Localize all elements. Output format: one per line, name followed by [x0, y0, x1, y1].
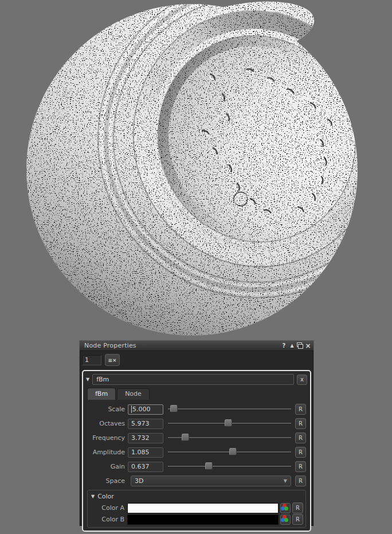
- shader-ball-preview: [0, 0, 392, 344]
- param-slider[interactable]: [168, 431, 291, 445]
- color-label: Color B: [90, 516, 124, 523]
- color-row-a: Color A R: [90, 502, 303, 513]
- color-section: ▼ Color Color A R Color B R: [87, 490, 306, 528]
- param-value-input[interactable]: 0.637: [128, 462, 163, 472]
- color-a-swatch[interactable]: [127, 503, 279, 513]
- param-slider[interactable]: [168, 445, 291, 459]
- rgb-picker-icon[interactable]: [280, 514, 291, 525]
- node-name-input[interactable]: fBm: [92, 374, 294, 385]
- color-section-header[interactable]: ▼ Color: [90, 492, 303, 502]
- rgb-picker-icon[interactable]: [280, 503, 291, 513]
- panel-titlebar[interactable]: Node Properties ? ▲ ×: [80, 341, 313, 351]
- slider-thumb[interactable]: [225, 419, 232, 427]
- tab-fbm[interactable]: fBm: [87, 388, 116, 400]
- reset-button[interactable]: R: [295, 404, 306, 415]
- pin-icon[interactable]: ▲: [288, 342, 296, 349]
- parameter-list: Scale 5.000 R Octaves 5.973 R Frequency: [85, 400, 308, 488]
- panel-toolbar: 1 ≡×: [80, 351, 313, 368]
- chevron-down-icon: ▼: [284, 478, 287, 484]
- node-header: ▼ fBm x: [85, 373, 308, 387]
- slider-thumb[interactable]: [205, 462, 213, 470]
- reset-button[interactable]: R: [295, 475, 306, 486]
- clear-list-icon: ≡×: [108, 357, 116, 363]
- tab-bar: fBm Node: [87, 388, 308, 400]
- node-properties-panel: Node Properties ? ▲ × 1 ≡× ▼ fBm x fBm N…: [79, 340, 314, 527]
- param-label: Frequency: [87, 434, 125, 442]
- node-index-input[interactable]: 1: [82, 355, 101, 365]
- param-value-input[interactable]: 5.973: [128, 419, 163, 429]
- param-slider[interactable]: [168, 459, 291, 474]
- param-label: Scale: [87, 406, 125, 413]
- slider-thumb[interactable]: [229, 448, 237, 455]
- color-label: Color A: [90, 504, 124, 512]
- remove-node-button[interactable]: x: [297, 375, 307, 385]
- param-row-octaves: Octaves 5.973 R: [85, 416, 308, 431]
- clear-list-button[interactable]: ≡×: [105, 354, 120, 366]
- slider-track[interactable]: [168, 466, 291, 467]
- color-b-swatch[interactable]: [127, 514, 279, 525]
- shader-ball: [0, 0, 392, 344]
- param-row-scale: Scale 5.000 R: [85, 402, 308, 416]
- param-label: Octaves: [87, 420, 125, 427]
- param-value-input[interactable]: 3.732: [128, 433, 163, 443]
- help-icon[interactable]: ?: [280, 342, 288, 349]
- param-slider[interactable]: [168, 416, 291, 431]
- param-row-amplitude: Amplitude 1.085 R: [85, 445, 308, 459]
- param-label: Space: [87, 477, 125, 485]
- reset-button[interactable]: R: [295, 432, 306, 443]
- param-row-space: Space 3D ▼ R: [85, 474, 308, 488]
- color-row-b: Color B R: [90, 514, 303, 525]
- reset-button[interactable]: R: [292, 502, 303, 513]
- panel-title: Node Properties: [84, 342, 280, 349]
- reset-button[interactable]: R: [295, 461, 306, 472]
- application-viewport: { "window": { "title": "Node Properties"…: [0, 0, 392, 534]
- reset-button[interactable]: R: [295, 447, 306, 458]
- param-value-input[interactable]: 1.085: [128, 447, 163, 458]
- slider-track[interactable]: [168, 408, 291, 410]
- param-row-frequency: Frequency 3.732 R: [85, 431, 308, 445]
- tab-node[interactable]: Node: [117, 388, 150, 400]
- collapse-icon[interactable]: ▼: [91, 494, 95, 499]
- node-group: ▼ fBm x fBm Node Scale 5.000 R Octaves: [82, 370, 311, 532]
- popout-icon[interactable]: [296, 342, 304, 349]
- reset-button[interactable]: R: [292, 514, 303, 525]
- close-icon[interactable]: ×: [304, 342, 312, 349]
- slider-thumb[interactable]: [182, 434, 189, 441]
- param-slider[interactable]: [168, 402, 291, 416]
- slider-thumb[interactable]: [170, 405, 178, 412]
- param-label: Amplitude: [87, 449, 125, 456]
- param-value-input[interactable]: 5.000: [128, 404, 163, 415]
- collapse-icon[interactable]: ▼: [86, 377, 89, 382]
- reset-button[interactable]: R: [295, 418, 306, 429]
- space-dropdown[interactable]: 3D ▼: [131, 475, 291, 486]
- param-row-gain: Gain 0.637 R: [85, 459, 308, 474]
- param-label: Gain: [87, 463, 125, 470]
